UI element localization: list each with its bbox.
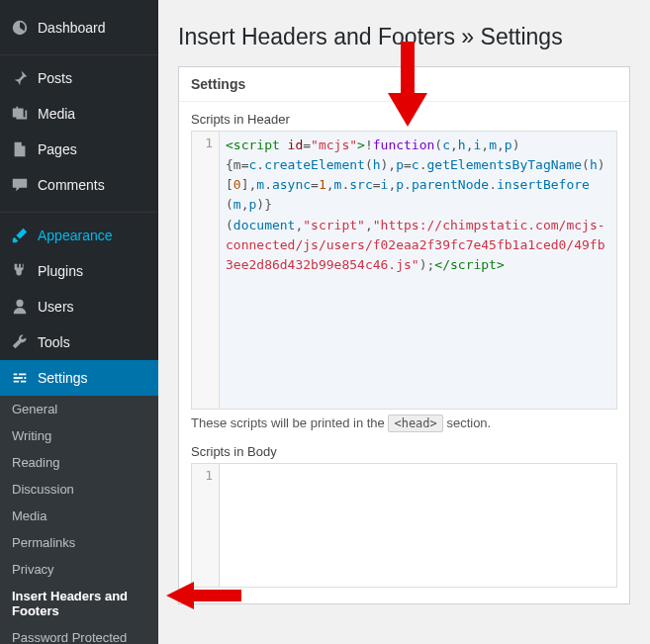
settings-panel: Settings Scripts in Header 1 <script id=… [178, 66, 630, 604]
sidebar-separator [0, 208, 158, 213]
user-icon [10, 297, 30, 317]
comment-icon [10, 175, 30, 195]
sidebar-subitem-writing[interactable]: Writing [0, 422, 158, 449]
sidebar-separator [0, 50, 158, 55]
header-scripts-code[interactable]: <script id="mcjs">!function(c,h,i,m,p){m… [220, 132, 616, 409]
header-scripts-description: These scripts will be printed in the <he… [191, 415, 617, 430]
sidebar-subitem-insert-headers-footers[interactable]: Insert Headers and Footers [0, 583, 158, 624]
sidebar-item-label: Pages [38, 141, 77, 157]
sidebar-item-pages[interactable]: Pages [0, 132, 158, 167]
sidebar-item-users[interactable]: Users [0, 289, 158, 324]
sidebar-item-label: Comments [38, 177, 105, 193]
pin-icon [10, 68, 30, 88]
sidebar-item-label: Users [38, 299, 74, 315]
plug-icon [10, 261, 30, 281]
admin-sidebar: Dashboard Posts Media Pages Comments App… [0, 0, 158, 644]
svg-marker-1 [388, 93, 427, 127]
sidebar-subitem-password-protected[interactable]: Password Protected [0, 624, 158, 644]
body-scripts-label: Scripts in Body [191, 444, 617, 459]
sidebar-item-tools[interactable]: Tools [0, 324, 158, 360]
sidebar-item-label: Dashboard [38, 20, 106, 36]
annotation-arrow-down-icon [388, 42, 427, 127]
sidebar-item-label: Posts [38, 70, 72, 86]
sidebar-item-label: Appearance [38, 228, 113, 243]
sidebar-item-label: Media [38, 106, 75, 122]
sidebar-item-posts[interactable]: Posts [0, 60, 158, 96]
sidebar-subitem-privacy[interactable]: Privacy [0, 556, 158, 583]
sidebar-item-media[interactable]: Media [0, 96, 158, 132]
sidebar-item-label: Settings [38, 370, 88, 386]
sidebar-item-comments[interactable]: Comments [0, 167, 158, 203]
sidebar-subitem-reading[interactable]: Reading [0, 449, 158, 476]
dashboard-icon [10, 18, 30, 38]
sidebar-subitem-permalinks[interactable]: Permalinks [0, 529, 158, 556]
svg-rect-0 [401, 42, 415, 97]
svg-marker-3 [166, 582, 194, 609]
sidebar-item-label: Tools [38, 334, 70, 350]
body-scripts-code[interactable] [220, 464, 616, 587]
sliders-icon [10, 368, 30, 388]
sidebar-item-appearance[interactable]: Appearance [0, 218, 158, 253]
annotation-arrow-left-icon [166, 582, 241, 609]
sidebar-subitem-media[interactable]: Media [0, 503, 158, 529]
sidebar-item-settings[interactable]: Settings [0, 360, 158, 396]
sidebar-subitem-general[interactable]: General [0, 396, 158, 422]
editor-gutter: 1 [192, 132, 220, 409]
settings-body: Scripts in Header 1 <script id="mcjs">!f… [179, 102, 629, 603]
svg-rect-2 [190, 590, 241, 601]
sidebar-item-dashboard[interactable]: Dashboard [0, 10, 158, 46]
header-scripts-editor[interactable]: 1 <script id="mcjs">!function(c,h,i,m,p)… [191, 131, 617, 410]
sidebar-subitem-discussion[interactable]: Discussion [0, 476, 158, 503]
sidebar-item-label: Plugins [38, 263, 83, 279]
media-icon [10, 104, 30, 124]
page-icon [10, 139, 30, 159]
body-scripts-editor[interactable]: 1 [191, 463, 617, 588]
wrench-icon [10, 332, 30, 352]
brush-icon [10, 226, 30, 245]
sidebar-item-plugins[interactable]: Plugins [0, 253, 158, 289]
editor-gutter: 1 [192, 464, 220, 587]
